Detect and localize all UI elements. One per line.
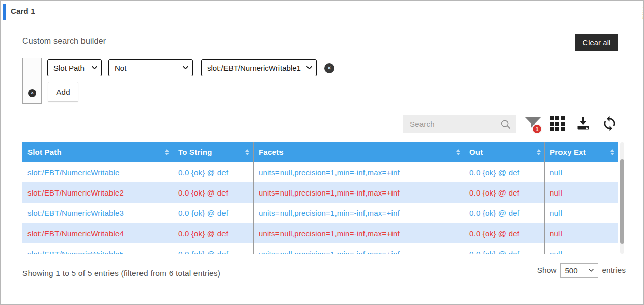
cell-proxy-ext[interactable]: null <box>545 182 618 203</box>
group-operator-label: And <box>6 7 644 20</box>
page-size-control: Show 500 entries <box>537 263 626 278</box>
card-accent-bar <box>3 4 6 20</box>
grid-icon <box>550 125 565 133</box>
filter-count-badge: 1 <box>531 124 542 134</box>
table-row: slot:/EBT/NumericWritable5 0.0 {ok} @ de… <box>22 243 618 254</box>
cell-proxy-ext[interactable]: null <box>545 223 618 243</box>
cell-to-string[interactable]: 0.0 {ok} @ def <box>173 243 254 254</box>
entries-summary: Showing 1 to 5 of 5 entries (filtered fr… <box>22 269 220 278</box>
remove-group-button[interactable]: ✕ <box>28 89 36 97</box>
rule-field-select-wrap: Slot Path <box>47 59 102 76</box>
cell-facets[interactable]: units=null,precision=1,min=-inf,max=+inf <box>254 162 464 182</box>
sort-icon <box>165 149 169 155</box>
page-size-select[interactable]: 500 <box>560 263 598 278</box>
rule-field-select[interactable]: Slot Path <box>47 59 102 76</box>
column-header-proxy-ext[interactable]: Proxy Ext <box>545 142 618 162</box>
cell-facets[interactable]: units=null,precision=1,min=-inf,max=+inf <box>254 223 464 243</box>
column-header-out[interactable]: Out <box>464 142 545 162</box>
x-circle-icon: ✕ <box>31 91 34 95</box>
cell-to-string[interactable]: 0.0 {ok} @ def <box>173 182 254 203</box>
cell-proxy-ext[interactable]: null <box>545 203 618 223</box>
show-label: Show <box>537 266 557 275</box>
add-rule-button[interactable]: Add <box>48 82 78 102</box>
x-circle-icon: ✕ <box>327 66 331 71</box>
sort-icon <box>456 149 460 155</box>
page-size-select-wrap: 500 <box>560 263 598 278</box>
results-table: Slot Path To String Facets Out Proxy Ext… <box>22 142 618 254</box>
sort-icon <box>537 149 541 155</box>
table-row: slot:/EBT/NumericWritable2 0.0 {ok} @ de… <box>22 182 618 203</box>
column-header-facets[interactable]: Facets <box>254 142 464 162</box>
cell-slot-path[interactable]: slot:/EBT/NumericWritable3 <box>22 203 173 223</box>
refresh-icon[interactable] <box>601 115 618 132</box>
table-scrollbar-thumb[interactable] <box>620 159 624 244</box>
cell-proxy-ext[interactable]: null <box>545 243 618 254</box>
table-row: slot:/EBT/NumericWritable 0.0 {ok} @ def… <box>22 162 618 182</box>
cell-slot-path[interactable]: slot:/EBT/NumericWritable <box>22 162 173 182</box>
sort-icon <box>245 149 249 155</box>
cell-out[interactable]: 0.0 {ok} @ def <box>464 223 545 243</box>
cell-slot-path[interactable]: slot:/EBT/NumericWritable2 <box>22 182 173 203</box>
cell-facets[interactable]: units=null,precision=1,min=-inf,max=+inf <box>254 203 464 223</box>
cell-slot-path[interactable]: slot:/EBT/NumericWritable5 <box>22 243 173 254</box>
search-input[interactable] <box>403 115 516 133</box>
column-header-slot-path[interactable]: Slot Path <box>22 142 173 162</box>
card-panel: Card 1 Custom search builder Clear all A… <box>0 0 644 305</box>
cell-slot-path[interactable]: slot:/EBT/NumericWritable4 <box>22 223 173 243</box>
search-box <box>403 115 516 133</box>
cell-facets[interactable]: units=null,precision=1,min=-inf,max=+inf <box>254 182 464 203</box>
card-header-divider <box>1 21 643 21</box>
rule-operator-select-wrap: Not <box>108 59 193 76</box>
download-button[interactable] <box>575 115 592 132</box>
cell-to-string[interactable]: 0.0 {ok} @ def <box>173 223 254 243</box>
rule-value-select[interactable]: slot:/EBT/NumericWritable1 <box>201 59 317 76</box>
entries-label: entries <box>602 266 626 275</box>
rule-value-select-wrap: slot:/EBT/NumericWritable1 <box>201 59 317 76</box>
download-icon <box>575 126 592 133</box>
remove-rule-button[interactable]: ✕ <box>324 63 334 73</box>
cell-out[interactable]: 0.0 {ok} @ def <box>464 203 545 223</box>
cell-to-string[interactable]: 0.0 {ok} @ def <box>173 203 254 223</box>
table-row: slot:/EBT/NumericWritable3 0.0 {ok} @ de… <box>22 203 618 223</box>
cell-facets[interactable]: units=null,precision=1,min=-inf,max=+inf <box>254 243 464 254</box>
rule-operator-select[interactable]: Not <box>108 59 193 76</box>
cell-out[interactable]: 0.0 {ok} @ def <box>464 182 545 203</box>
refresh-circular-arrows-icon <box>601 126 618 133</box>
clear-all-button[interactable]: Clear all <box>575 34 618 51</box>
cell-to-string[interactable]: 0.0 {ok} @ def <box>173 162 254 182</box>
sort-icon <box>610 149 614 155</box>
column-header-to-string[interactable]: To String <box>173 142 254 162</box>
table-header-row: Slot Path To String Facets Out Proxy Ext <box>22 142 618 162</box>
cell-out[interactable]: 0.0 {ok} @ def <box>464 243 545 254</box>
cell-proxy-ext[interactable]: null <box>545 162 618 182</box>
cell-out[interactable]: 0.0 {ok} @ def <box>464 162 545 182</box>
columns-button[interactable] <box>550 116 565 131</box>
builder-heading: Custom search builder <box>22 37 106 46</box>
table-scrollbar-track[interactable] <box>620 142 624 254</box>
search-icon <box>500 119 511 131</box>
table-row: slot:/EBT/NumericWritable4 0.0 {ok} @ de… <box>22 223 618 243</box>
